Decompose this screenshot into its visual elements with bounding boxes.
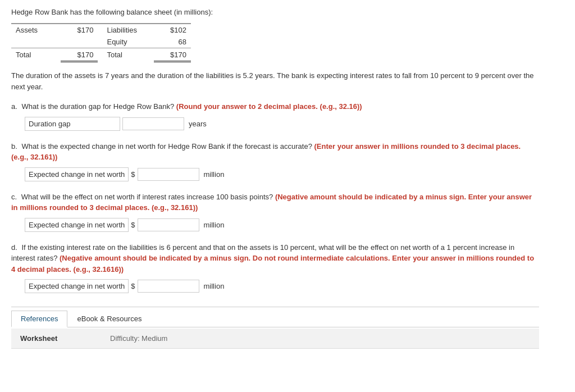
q-d-dollar: $ [131,282,135,290]
q-c-body: What will be the effect on net worth if … [21,193,273,201]
q-b-prefix: b. [11,142,17,151]
liabilities-value: $102 [154,24,191,36]
q-c-unit: million [204,221,225,229]
q-a-answer-row: Duration gap years [25,117,539,131]
worksheet-row: Worksheet Difficulty: Medium [11,329,539,349]
liabilities-label: Liabilities [98,24,153,36]
q-a-input[interactable] [122,117,184,130]
tab-ebook[interactable]: eBook & Resources [67,311,151,327]
q-d-emphasis: (Negative amount should be indicated by … [11,254,534,274]
assets-label: Assets [11,24,61,36]
q-d-prefix: d. [11,243,17,252]
q-c-input[interactable] [138,218,199,231]
q-a-emphasis: (Round your answer to 2 decimal places. … [176,102,362,111]
assets-value: $170 [61,24,98,36]
question-d-text: d. If the existing interest rate on the … [11,242,539,275]
q-c-label: Expected change in net worth [25,218,129,232]
q-a-label: Duration gap [25,117,120,131]
worksheet-difficulty: Difficulty: Medium [110,334,167,343]
question-c-text: c. What will be the effect on net worth … [11,192,539,213]
total-value-right: $170 [154,48,191,62]
equity-empty [11,36,61,48]
balance-sheet: Assets $170 Liabilities $102 Equity 68 T… [11,23,191,62]
question-b: b. What is the expected change in net wo… [11,141,539,181]
equity-value: 68 [154,36,191,48]
q-c-answer-row: Expected change in net worth $ million [25,218,539,232]
q-b-answer-row: Expected change in net worth $ million [25,167,539,181]
question-c: c. What will be the effect on net worth … [11,192,539,232]
q-b-input[interactable] [138,168,199,181]
q-b-dollar: $ [131,170,135,179]
q-a-prefix: a. [11,102,17,111]
q-d-input[interactable] [138,280,199,293]
tabs-bar: References eBook & Resources [11,307,539,327]
equity-label: Equity [98,36,153,48]
worksheet-label: Worksheet [20,334,110,343]
q-d-answer-row: Expected change in net worth $ million [25,279,539,293]
tab-references[interactable]: References [11,311,67,327]
q-a-unit: years [189,120,207,128]
q-c-dollar: $ [131,221,135,229]
question-b-text: b. What is the expected change in net wo… [11,141,539,163]
q-b-body: What is the expected change in net worth… [21,142,312,151]
q-d-label: Expected change in net worth [25,279,129,293]
q-b-label: Expected change in net worth [25,167,129,181]
description-text: The duration of the assets is 7 years an… [11,70,539,92]
intro-text: Hedge Row Bank has the following balance… [11,8,539,16]
q-d-unit: million [204,282,225,290]
total-label-right: Total [98,48,153,62]
q-c-prefix: c. [11,193,17,201]
total-label-left: Total [11,48,61,62]
question-a-text: a. What is the duration gap for Hedge Ro… [11,101,539,112]
equity-empty-val [61,36,98,48]
question-a: a. What is the duration gap for Hedge Ro… [11,101,539,131]
q-a-body: What is the duration gap for Hedge Row B… [21,102,174,111]
question-d: d. If the existing interest rate on the … [11,242,539,294]
total-value-left: $170 [61,48,98,62]
tabs-section: References eBook & Resources Worksheet D… [11,307,539,349]
q-b-unit: million [204,170,225,179]
